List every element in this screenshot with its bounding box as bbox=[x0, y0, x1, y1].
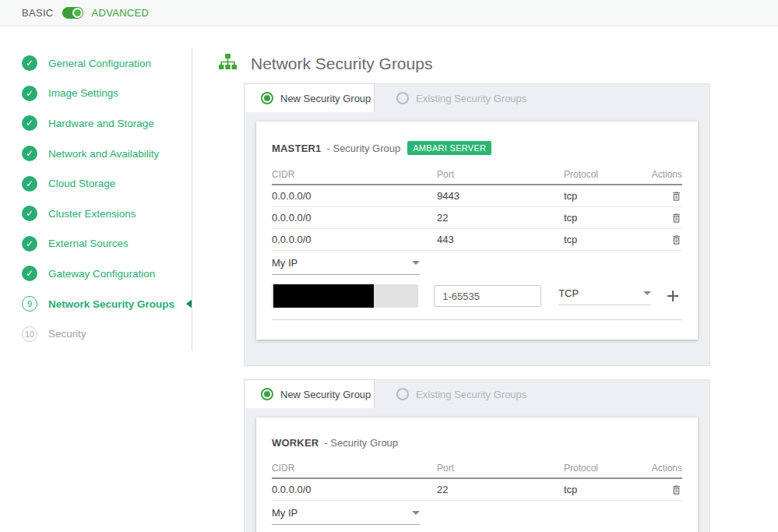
mode-toolbar: BASIC ADVANCED bbox=[0, 0, 778, 26]
tab-existing-security-groups[interactable]: Existing Security Groups bbox=[396, 84, 526, 112]
cidr-cell: 0.0.0.0/0 bbox=[272, 212, 437, 224]
port-cell: 22 bbox=[437, 484, 564, 495]
basic-advanced-toggle[interactable] bbox=[62, 7, 83, 19]
col-header-protocol: Protocol bbox=[564, 169, 651, 180]
sidebar-step-hardware-and-storage[interactable]: Hardware and Storage bbox=[22, 108, 192, 139]
step-label: Network Security Groups bbox=[48, 298, 174, 310]
select-value: TCP bbox=[558, 287, 579, 299]
col-header-port: Port bbox=[437, 169, 564, 180]
page-title: Network Security Groups bbox=[251, 55, 432, 73]
security-rule-row: 0.0.0.0/09443tcp bbox=[272, 185, 682, 207]
cidr-input[interactable] bbox=[272, 284, 418, 308]
chevron-down-icon bbox=[412, 261, 420, 265]
col-header-port: Port bbox=[437, 463, 564, 474]
step-label: Cloud Storage bbox=[48, 178, 115, 189]
col-header-actions: Actions bbox=[652, 169, 682, 180]
actions-cell bbox=[671, 212, 682, 224]
cidr-cell: 0.0.0.0/0 bbox=[272, 484, 437, 495]
check-icon bbox=[22, 266, 37, 281]
security-rule-row: 0.0.0.0/0443tcp bbox=[272, 229, 682, 251]
trash-icon bbox=[671, 190, 682, 203]
sidebar-step-external-sources[interactable]: External Sources bbox=[22, 229, 192, 259]
port-cell: 9443 bbox=[437, 190, 564, 202]
ambari-server-badge: AMBARI SERVER bbox=[407, 141, 491, 155]
toggle-knob bbox=[72, 8, 83, 18]
cidr-cell: 0.0.0.0/0 bbox=[272, 234, 437, 245]
port-cell: 443 bbox=[437, 234, 564, 245]
tab-new-security-group[interactable]: New Security Group bbox=[244, 83, 375, 112]
port-range-input[interactable] bbox=[434, 285, 541, 307]
tab-label: New Security Group bbox=[280, 93, 371, 104]
step-number-icon: 10 bbox=[22, 326, 37, 342]
check-icon bbox=[22, 86, 37, 101]
delete-rule-button[interactable] bbox=[671, 484, 682, 496]
step-label: Network and Availability bbox=[48, 148, 159, 160]
col-header-actions: Actions bbox=[652, 463, 682, 474]
sidebar-step-gateway-configuration[interactable]: Gateway Configuration bbox=[22, 259, 192, 289]
chevron-down-icon bbox=[412, 511, 420, 515]
tab-existing-security-groups[interactable]: Existing Security Groups bbox=[396, 380, 526, 408]
col-header-cidr: CIDR bbox=[272, 463, 437, 474]
sidebar-step-security[interactable]: 10Security bbox=[22, 319, 192, 349]
group-name: WORKER bbox=[272, 437, 319, 449]
sidebar-step-cluster-extensions[interactable]: Cluster Extensions bbox=[22, 199, 192, 229]
security-group-card: WORKER - Security Group CIDR Port Protoc… bbox=[256, 417, 698, 532]
check-icon bbox=[22, 115, 37, 131]
sitemap-icon bbox=[218, 53, 238, 75]
cidr-type-select[interactable]: My IP bbox=[272, 507, 420, 525]
cidr-type-row: My IP bbox=[272, 251, 682, 280]
basic-mode-label[interactable]: BASIC bbox=[22, 7, 54, 19]
security-rule-row: 0.0.0.0/022tcp bbox=[272, 207, 682, 229]
radio-selected-icon bbox=[261, 92, 273, 104]
main-content: Network Security Groups New Security Gro… bbox=[192, 26, 778, 532]
cidr-type-row: My IP bbox=[272, 501, 682, 530]
trash-icon bbox=[671, 484, 682, 496]
table-header-row: CIDR Port Protocol Actions bbox=[272, 165, 682, 185]
step-label: External Sources bbox=[48, 238, 128, 249]
protocol-cell: tcp bbox=[564, 190, 651, 202]
sidebar-step-network-security-groups[interactable]: 9Network Security Groups bbox=[22, 289, 192, 319]
step-label: Image Settings bbox=[48, 87, 118, 99]
tab-label: Existing Security Groups bbox=[416, 93, 526, 104]
delete-rule-button[interactable] bbox=[671, 190, 682, 203]
group-suffix: - Security Group bbox=[324, 437, 398, 449]
tab-strip: New Security Group Existing Security Gro… bbox=[245, 84, 709, 112]
port-cell: 22 bbox=[437, 212, 564, 224]
security-group-card: MASTER1 - Security Group AMBARI SERVER C… bbox=[256, 122, 698, 340]
protocol-cell: tcp bbox=[564, 234, 651, 245]
cidr-cell: 0.0.0.0/0 bbox=[272, 190, 437, 202]
tab-label: Existing Security Groups bbox=[416, 389, 526, 400]
sidebar-divider bbox=[192, 48, 192, 351]
actions-cell bbox=[671, 190, 682, 203]
step-number-icon: 9 bbox=[22, 296, 37, 312]
delete-rule-button[interactable] bbox=[671, 234, 682, 246]
cidr-type-select[interactable]: My IP bbox=[272, 257, 420, 275]
radio-unselected-icon bbox=[396, 388, 409, 400]
delete-rule-button[interactable] bbox=[671, 212, 682, 224]
advanced-mode-label[interactable]: ADVANCED bbox=[92, 7, 150, 19]
check-icon bbox=[22, 176, 37, 192]
col-header-protocol: Protocol bbox=[564, 463, 651, 474]
chevron-down-icon bbox=[643, 291, 651, 295]
trash-icon bbox=[671, 212, 682, 224]
add-rule-button[interactable] bbox=[664, 287, 682, 305]
actions-cell bbox=[671, 234, 682, 246]
add-rule-form: TCP bbox=[272, 284, 682, 320]
sidebar-step-general-configuration[interactable]: General Configuration bbox=[22, 48, 192, 79]
protocol-cell: tcp bbox=[564, 484, 651, 495]
protocol-select[interactable]: TCP bbox=[558, 287, 651, 305]
security-group-panel-worker: New Security Group Existing Security Gro… bbox=[244, 379, 710, 532]
group-suffix: - Security Group bbox=[327, 143, 401, 154]
sidebar-step-cloud-storage[interactable]: Cloud Storage bbox=[22, 168, 192, 199]
table-header-row: CIDR Port Protocol Actions bbox=[272, 459, 682, 479]
tab-label: New Security Group bbox=[280, 389, 371, 400]
tab-new-security-group[interactable]: New Security Group bbox=[244, 379, 375, 408]
trash-icon bbox=[671, 234, 682, 246]
group-title: MASTER1 - Security Group AMBARI SERVER bbox=[272, 122, 682, 155]
step-label: Security bbox=[48, 328, 86, 340]
sidebar-step-image-settings[interactable]: Image Settings bbox=[22, 79, 192, 109]
page-header: Network Security Groups bbox=[218, 53, 778, 75]
sidebar-step-network-and-availability[interactable]: Network and Availability bbox=[22, 139, 192, 169]
group-title: WORKER - Security Group bbox=[272, 417, 682, 449]
group-name: MASTER1 bbox=[272, 143, 322, 154]
